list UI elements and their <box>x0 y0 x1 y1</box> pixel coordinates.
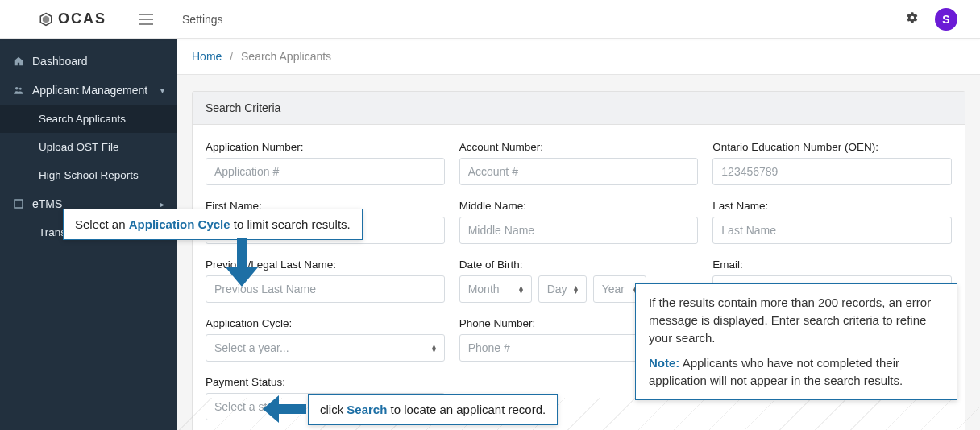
field-label: Middle Name: <box>459 200 699 212</box>
sidebar-item-label: Dashboard <box>32 55 88 68</box>
callout-emph: Search <box>347 403 387 416</box>
callout-application-cycle: Select an Application Cycle to limit sea… <box>63 209 363 240</box>
field-label: Date of Birth: <box>459 258 699 271</box>
account-number-input[interactable] <box>459 158 699 185</box>
application-cycle-select[interactable]: Select a year... ▴▾ <box>206 334 445 362</box>
updown-icon: ▴▾ <box>519 285 523 293</box>
field-label: Payment Status: <box>206 376 445 388</box>
svg-rect-3 <box>139 19 153 20</box>
dashboard-icon <box>13 56 24 67</box>
callout-text: to limit search results. <box>230 217 351 231</box>
middle-name-input[interactable] <box>459 217 699 244</box>
sidebar-item-label: Search Applicants <box>39 113 126 125</box>
svg-rect-10 <box>279 404 306 414</box>
sidebar-item-label: Upload OST File <box>39 141 119 153</box>
sidebar-item-upload-ost[interactable]: Upload OST File <box>0 133 177 161</box>
dob-day-select[interactable]: Day ▴▾ <box>538 275 587 303</box>
info-paragraph: Applicants who have not completed their … <box>649 356 903 387</box>
svg-rect-2 <box>139 14 153 15</box>
topbar: OCAS Settings S <box>0 0 980 39</box>
sidebar-item-label: Applicant Management <box>32 84 147 97</box>
svg-point-6 <box>19 88 22 90</box>
select-value: Select a year... <box>214 341 432 354</box>
dob-month-select[interactable]: Month ▴▾ <box>459 275 532 303</box>
breadcrumb-current: Search Applicants <box>241 50 331 63</box>
sidebar-item-search-applicants[interactable]: Search Applicants <box>0 105 177 133</box>
field-account-number: Account Number: <box>459 141 699 185</box>
application-number-input[interactable] <box>206 158 445 185</box>
avatar-initial: S <box>942 13 949 26</box>
callout-search: click Search to locate an applicant reco… <box>308 394 558 425</box>
field-label: Application Cycle: <box>206 317 445 329</box>
users-icon <box>13 85 24 96</box>
callout-text: click <box>320 403 347 416</box>
brand-name: OCAS <box>58 10 106 27</box>
callout-emph: Application Cycle <box>129 217 230 231</box>
svg-marker-9 <box>226 267 258 287</box>
arrow-down-icon <box>226 238 258 287</box>
menu-toggle-icon[interactable] <box>139 14 153 25</box>
updown-icon: ▴▾ <box>432 344 436 352</box>
info-paragraph: If the results contain more than 200 rec… <box>649 294 944 346</box>
svg-rect-4 <box>139 23 153 25</box>
svg-marker-11 <box>263 395 279 423</box>
field-label: Ontario Education Number (OEN): <box>712 141 952 153</box>
callout-text: Select an <box>75 217 129 231</box>
field-oen: Ontario Education Number (OEN): <box>712 141 952 185</box>
select-value: Year <box>602 283 633 296</box>
svg-marker-1 <box>43 15 49 23</box>
field-label: Account Number: <box>459 141 699 153</box>
last-name-input[interactable] <box>712 217 952 244</box>
avatar[interactable]: S <box>935 8 957 31</box>
svg-rect-8 <box>237 238 247 267</box>
arrow-left-icon <box>263 395 306 423</box>
callout-text: to locate an applicant record. <box>387 403 546 416</box>
callout-info-box: If the results contain more than 200 rec… <box>635 283 957 400</box>
sidebar-item-dashboard[interactable]: Dashboard <box>0 47 177 76</box>
field-last-name: Last Name: <box>712 200 952 244</box>
brand-logo-icon <box>39 12 53 27</box>
field-label: Email: <box>712 258 952 271</box>
select-value: Month <box>468 283 519 296</box>
gear-icon[interactable] <box>906 11 919 27</box>
breadcrumb: Home / Search Applicants <box>177 39 980 75</box>
field-label: Last Name: <box>712 200 952 212</box>
svg-rect-7 <box>15 200 23 208</box>
sidebar-item-label: eTMS <box>32 197 62 210</box>
updown-icon: ▴▾ <box>574 285 578 293</box>
chevron-right-icon: ▸ <box>160 200 164 209</box>
info-note-label: Note: <box>649 356 679 370</box>
settings-link[interactable]: Settings <box>182 13 223 26</box>
svg-point-5 <box>15 87 19 90</box>
chevron-down-icon: ▾ <box>160 86 164 95</box>
field-application-number: Application Number: <box>206 141 445 185</box>
panel-title: Search Criteria <box>193 92 965 125</box>
breadcrumb-separator: / <box>230 50 233 63</box>
sidebar-item-hs-reports[interactable]: High School Reports <box>0 161 177 189</box>
field-middle-name: Middle Name: <box>459 200 699 244</box>
brand-logo[interactable]: OCAS <box>39 10 106 27</box>
select-value: Day <box>547 283 574 296</box>
sidebar-item-applicant-management[interactable]: Applicant Management ▾ <box>0 76 177 105</box>
sidebar-item-label: High School Reports <box>39 169 139 181</box>
field-application-cycle: Application Cycle: Select a year... ▴▾ <box>206 317 445 362</box>
square-icon <box>13 199 24 209</box>
field-label: Application Number: <box>206 141 445 153</box>
breadcrumb-home[interactable]: Home <box>192 50 222 63</box>
oen-input[interactable] <box>712 158 952 185</box>
